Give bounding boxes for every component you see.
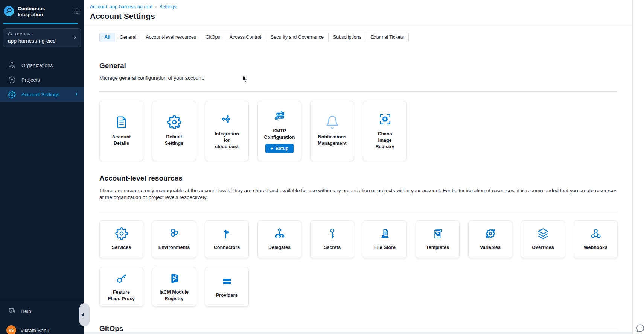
app-switcher-icon[interactable]: [74, 8, 80, 15]
card-webhooks[interactable]: Webhooks: [574, 220, 618, 258]
section-divider: [130, 329, 618, 329]
breadcrumb-chevron-icon: ›: [155, 4, 157, 9]
avatar: VS: [6, 325, 16, 334]
right-gutter: [633, 0, 644, 334]
tab-gitops[interactable]: GitOps: [201, 33, 225, 42]
overrides-icon: [537, 227, 550, 240]
file-store-icon: [379, 227, 391, 240]
sidebar-collapse-handle[interactable]: [79, 303, 90, 326]
support-chat-icon[interactable]: [635, 323, 644, 334]
help-label: Help: [21, 308, 31, 314]
sidebar: Continuous Integration ACCOUNT app-harne…: [0, 0, 84, 334]
notifications-icon: [325, 115, 340, 129]
gear-icon: [8, 91, 16, 99]
services-icon: [115, 227, 128, 240]
harness-ci-logo[interactable]: [3, 6, 14, 18]
card-default-settings[interactable]: Default Settings: [152, 101, 196, 161]
delegates-icon: [273, 227, 286, 240]
svg-text:?: ?: [11, 309, 12, 312]
card-chaos-image-registry[interactable]: Chaos Image Registry: [363, 101, 407, 161]
sidebar-item-label: Account Settings: [21, 92, 59, 97]
tab-security-and-governance[interactable]: Security and Governance: [266, 33, 329, 42]
iacm-module-registry-icon: [168, 272, 181, 285]
resource-cards: Services Environments: [99, 220, 618, 307]
sidebar-item-projects[interactable]: Projects: [0, 73, 84, 87]
resources-section-title: Account-level resources: [99, 174, 618, 182]
account-scope-icon: [8, 32, 12, 36]
organizations-icon: [8, 61, 16, 69]
section-divider: [99, 91, 618, 92]
providers-icon: [221, 275, 233, 288]
feature-flags-proxy-icon: [115, 272, 128, 285]
smtp-icon: [273, 109, 287, 123]
general-section-title: General: [99, 62, 618, 70]
page-title: Account Settings: [90, 12, 632, 21]
tab-general[interactable]: General: [115, 33, 141, 42]
card-providers[interactable]: Providers: [205, 267, 249, 307]
templates-icon: [431, 227, 444, 240]
breadcrumb-settings-link[interactable]: Settings: [159, 4, 176, 9]
general-cards: Account Details Default Settings: [99, 101, 618, 161]
card-services[interactable]: Services: [99, 220, 143, 258]
card-variables[interactable]: Variables: [468, 220, 512, 258]
tab-account-level-resources[interactable]: Account-level resources: [141, 33, 201, 42]
account-settings-page: Account: app-harness-ng-cicd › Settings …: [84, 0, 633, 334]
projects-icon: [8, 76, 16, 84]
card-iacm-module-registry[interactable]: IaCM Module Registry: [152, 267, 196, 307]
card-smtp-configuration[interactable]: SMTP Configuration + Setup: [257, 101, 301, 161]
card-connectors[interactable]: Connectors: [205, 220, 249, 258]
connectors-icon: [221, 227, 233, 240]
account-details-icon: [114, 115, 129, 129]
chaos-image-registry-icon: [378, 112, 392, 126]
settings-tab-bar: All General Account-level resources GitO…: [99, 33, 409, 42]
section-divider: [99, 211, 618, 211]
cloud-cost-icon: [220, 112, 234, 126]
sidebar-item-organizations[interactable]: Organizations: [0, 58, 84, 73]
card-feature-flags-proxy[interactable]: Feature Flags Proxy: [99, 267, 143, 307]
default-settings-icon: [167, 115, 181, 129]
chevron-right-icon: [74, 92, 79, 98]
tab-subscriptions[interactable]: Subscriptions: [328, 33, 366, 42]
tab-access-control[interactable]: Access Control: [225, 33, 266, 42]
card-templates[interactable]: Templates: [416, 220, 460, 258]
sidebar-item-label: Projects: [21, 77, 40, 83]
card-integration-cloud-cost[interactable]: Integration for cloud cost: [205, 101, 249, 161]
module-accent-bar: [3, 23, 78, 24]
user-name: Vikram Sahu: [20, 328, 49, 333]
card-overrides[interactable]: Overrides: [521, 220, 565, 258]
page-header: Account: app-harness-ng-cicd › Settings …: [84, 0, 632, 26]
plus-icon: +: [270, 146, 273, 151]
card-account-details[interactable]: Account Details: [99, 101, 143, 161]
resources-section-description: These are resource only manageable at th…: [99, 187, 618, 201]
card-secrets[interactable]: Secrets: [310, 220, 354, 258]
general-section-description: Manage general configuration of your acc…: [99, 75, 618, 82]
sidebar-item-account-settings[interactable]: Account Settings: [0, 87, 84, 102]
secrets-icon: [326, 227, 339, 240]
sidebar-nav: Organizations Projects Account Settings: [0, 58, 84, 102]
account-selector[interactable]: ACCOUNT app-harness-ng-cicd: [3, 28, 81, 47]
variables-icon: [484, 227, 497, 240]
card-delegates[interactable]: Delegates: [257, 220, 301, 258]
help-button[interactable]: ? Help: [0, 298, 84, 315]
help-chat-icon: ?: [8, 307, 16, 315]
horizontal-scrollbar[interactable]: [84, 332, 632, 334]
card-file-store[interactable]: File Store: [363, 220, 407, 258]
user-profile[interactable]: VS Vikram Sahu: [0, 315, 84, 334]
card-environments[interactable]: Environments: [152, 220, 196, 258]
webhooks-icon: [589, 227, 602, 240]
breadcrumb-account-link[interactable]: Account: app-harness-ng-cicd: [90, 4, 152, 9]
breadcrumb: Account: app-harness-ng-cicd › Settings: [90, 4, 632, 9]
tab-external-tickets[interactable]: External Tickets: [366, 33, 409, 42]
chevron-right-icon: [73, 35, 78, 41]
account-name: app-harness-ng-cicd: [8, 38, 76, 44]
sidebar-item-label: Organizations: [21, 62, 53, 68]
tab-all[interactable]: All: [99, 33, 115, 42]
smtp-setup-button[interactable]: + Setup: [265, 144, 293, 153]
product-name: Continuous Integration: [18, 6, 55, 17]
card-notifications-management[interactable]: Notifications Management: [310, 101, 354, 161]
chevron-left-icon: [81, 313, 84, 317]
account-label: ACCOUNT: [14, 32, 33, 36]
environments-icon: [168, 227, 181, 240]
